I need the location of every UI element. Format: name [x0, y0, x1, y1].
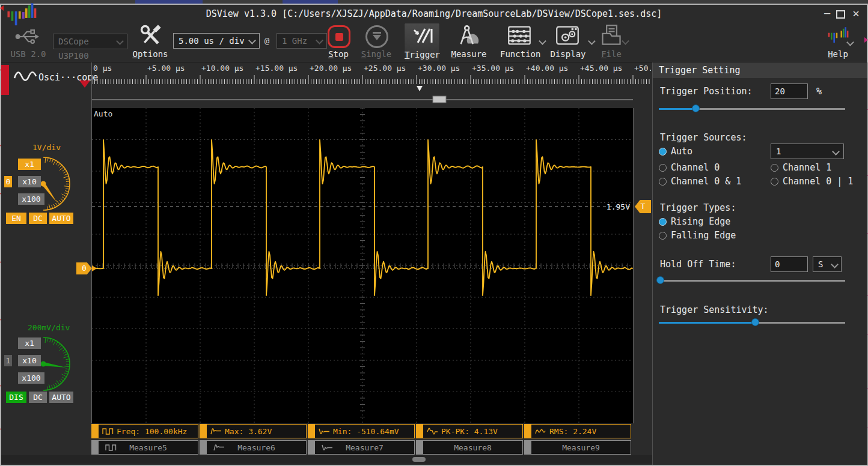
- measure-tab: [416, 424, 423, 438]
- trigger-sources-label: Trigger Sources:: [660, 132, 747, 143]
- chevron-down-icon: [316, 37, 323, 44]
- function-button[interactable]: Function: [500, 49, 539, 59]
- measure-tab: [91, 424, 98, 438]
- max-pulse-icon: [213, 443, 225, 452]
- timebase-select[interactable]: 5.00 us / div: [173, 33, 260, 49]
- trigger-position-slider[interactable]: [659, 104, 845, 113]
- ch0-coupling-button[interactable]: DC: [29, 213, 47, 224]
- measure-slot-min[interactable]: Min: -510.64mV: [308, 424, 415, 438]
- min-pulse-icon: [319, 427, 331, 435]
- file-button[interactable]: File: [598, 49, 625, 59]
- ch1-x1-button[interactable]: x1: [18, 337, 41, 349]
- stop-icon[interactable]: [328, 25, 350, 48]
- slider-knob[interactable]: [751, 318, 759, 326]
- slider-knob[interactable]: [656, 276, 664, 284]
- radio-icon: [771, 178, 778, 186]
- chevron-down-icon[interactable]: [622, 37, 629, 45]
- svg-text:+10.00 μs: +10.00 μs: [201, 64, 243, 73]
- stop-button[interactable]: Stop: [325, 49, 352, 59]
- source-auto-radio[interactable]: Auto: [659, 146, 692, 157]
- holdoff-label: Hold Off Time:: [660, 259, 736, 270]
- chevron-down-icon[interactable]: [539, 37, 546, 45]
- measure-button[interactable]: Measure: [451, 49, 487, 59]
- source-ch0-radio[interactable]: Channel 0: [659, 162, 720, 173]
- measure-slot-empty[interactable]: Measure9: [524, 440, 631, 455]
- minimize-button[interactable]: —: [821, 7, 833, 19]
- ch0-auto-button[interactable]: AUTO: [49, 213, 73, 224]
- type-falling-edge-radio[interactable]: Falling Edge: [659, 230, 736, 241]
- options-tools-icon[interactable]: [138, 24, 164, 47]
- measure-slot-freq[interactable]: Freq: 100.00kHz: [91, 424, 198, 438]
- sensitivity-slider[interactable]: [659, 318, 845, 327]
- ch0-x100-button[interactable]: x100: [18, 193, 44, 205]
- single-button[interactable]: Single: [359, 49, 393, 59]
- holdoff-unit-select[interactable]: S: [813, 256, 842, 272]
- trigger-position-unit: %: [816, 86, 822, 97]
- holdoff-input[interactable]: [771, 256, 808, 272]
- measure-slot-max[interactable]: Max: 3.62V: [200, 424, 307, 438]
- trigger-position-label: Trigger Position:: [660, 86, 753, 97]
- rms-icon: [535, 427, 547, 435]
- trigger-types-label: Trigger Types:: [660, 202, 736, 213]
- radio-icon: [771, 164, 778, 172]
- ch1-coupling-button[interactable]: DC: [29, 392, 47, 403]
- holdoff-slider[interactable]: [659, 276, 845, 285]
- file-icon[interactable]: [600, 24, 623, 46]
- trigger-position-input[interactable]: [771, 83, 808, 99]
- ch0-x10-button[interactable]: x10: [18, 176, 41, 187]
- help-button[interactable]: Help: [821, 49, 855, 59]
- svg-text:+50.0: +50.0: [634, 64, 651, 73]
- time-ruler[interactable]: 0 μs+5.00 μs+10.00 μs+15.00 μs+20.00 μs+…: [90, 64, 651, 104]
- ch1-x100-button[interactable]: x100: [18, 372, 44, 384]
- ch1-tag[interactable]: 1: [4, 355, 12, 366]
- slider-knob[interactable]: [692, 104, 700, 112]
- close-button[interactable]: ×: [850, 7, 862, 19]
- measure-slot-pkpk[interactable]: PK-PK: 4.13V: [416, 424, 523, 438]
- maximize-button[interactable]: [836, 10, 845, 19]
- measure-slot-empty[interactable]: Measure5: [91, 440, 198, 455]
- single-icon[interactable]: [365, 25, 388, 48]
- trigger-button[interactable]: Trigger: [404, 23, 440, 61]
- radio-icon: [659, 232, 667, 240]
- type-rising-edge-radio[interactable]: Rising Edge: [659, 216, 730, 227]
- options-button[interactable]: Options: [131, 49, 170, 59]
- function-icon[interactable]: [507, 25, 531, 46]
- scrollbar-handle[interactable]: [412, 457, 426, 462]
- measure-slot-empty[interactable]: Measure7: [308, 440, 415, 455]
- radio-icon: [659, 178, 667, 186]
- samplerate-select[interactable]: 1 GHz: [277, 33, 327, 49]
- mode-dropdown-arrow-icon[interactable]: [79, 80, 90, 88]
- single-glyph: [370, 31, 384, 43]
- ch0-vdiv-dial[interactable]: [35, 150, 84, 217]
- display-button[interactable]: Display: [549, 49, 587, 59]
- source-ch0-and-ch1-radio[interactable]: Channel 0 & 1: [659, 176, 741, 187]
- measure-icon[interactable]: [456, 24, 482, 47]
- usb-icon: [14, 28, 41, 46]
- source-ch0-or-ch1-radio[interactable]: Channel 0 | 1: [771, 176, 853, 187]
- square-wave-icon: [102, 427, 114, 435]
- ch1-enable-button[interactable]: DIS: [6, 392, 26, 403]
- trigger-button-label: Trigger: [405, 50, 439, 59]
- device-select[interactable]: DSCope U3P100: [53, 34, 127, 49]
- display-icon[interactable]: [555, 25, 579, 46]
- chevron-down-icon[interactable]: [588, 37, 596, 45]
- toolbar: USB 2.0 DSCope U3P100 Options 5.00 us / …: [1, 23, 867, 62]
- ch1-vdiv-dial[interactable]: [35, 330, 84, 398]
- ch0-enable-button[interactable]: EN: [6, 213, 26, 224]
- ch0-x1-button[interactable]: x1: [18, 159, 41, 170]
- svg-text:+30.00 μs: +30.00 μs: [418, 64, 460, 73]
- ch1-x10-button[interactable]: x10: [18, 355, 41, 366]
- measure-slot-rms[interactable]: RMS: 2.24V: [524, 424, 631, 438]
- svg-text:+5.00 μs: +5.00 μs: [147, 64, 185, 73]
- measure-slot-empty[interactable]: Measure6: [200, 440, 307, 455]
- svg-text:+20.00 μs: +20.00 μs: [310, 64, 352, 73]
- ch1-auto-button[interactable]: AUTO: [49, 392, 73, 403]
- source-count-select[interactable]: 1: [771, 144, 844, 159]
- sensitivity-label: Trigger Sensitivity:: [660, 304, 769, 315]
- chevron-down-icon: [831, 261, 839, 268]
- waveform-plot[interactable]: [92, 108, 633, 423]
- ch0-tag[interactable]: 0: [4, 176, 12, 187]
- measure-slot-empty[interactable]: Measure8: [416, 440, 523, 455]
- source-ch1-radio[interactable]: Channel 1: [771, 162, 831, 173]
- measure-tab: [200, 440, 206, 455]
